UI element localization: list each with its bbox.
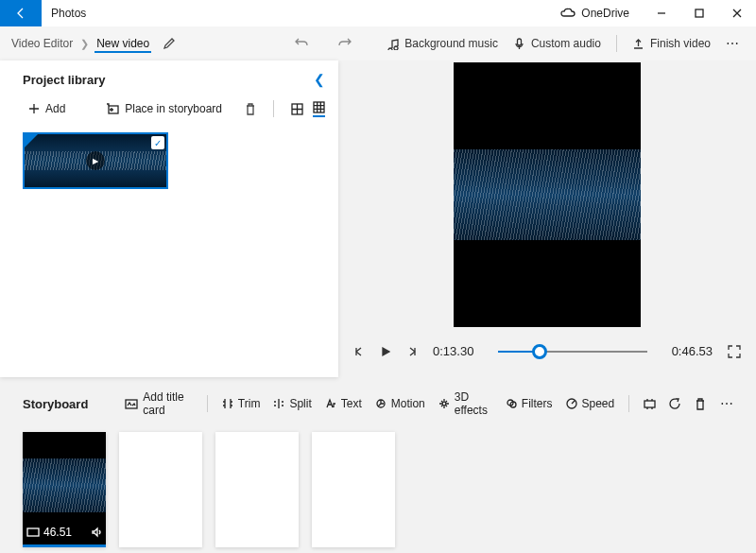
command-bar: Video Editor ❯ New video Background musi… — [0, 26, 756, 60]
sparkle-icon — [438, 398, 450, 409]
resize-button[interactable] — [639, 394, 661, 414]
clip-duration: 46.51 — [43, 526, 72, 539]
place-icon — [106, 103, 119, 114]
undo-button[interactable] — [294, 37, 309, 50]
trim-button[interactable]: Trim — [217, 393, 266, 414]
place-label: Place in storyboard — [125, 102, 222, 115]
filters-button[interactable]: Filters — [501, 393, 558, 414]
svg-rect-0 — [696, 9, 703, 17]
main-area: Project library ❮ Add Place in storyboar… — [0, 60, 756, 377]
project-library-panel: Project library ❮ Add Place in storyboar… — [0, 60, 338, 377]
fullscreen-button[interactable] — [728, 345, 741, 358]
breadcrumb-current[interactable]: New video — [94, 37, 151, 53]
storyboard-panel: Storyboard Add title card Trim Split Tex… — [0, 377, 756, 547]
rotate-button[interactable] — [664, 394, 686, 414]
storyboard-title: Storyboard — [23, 397, 88, 411]
trim-label: Trim — [238, 397, 261, 410]
storyboard-empty-slot[interactable] — [119, 432, 202, 547]
delete-clip-button[interactable] — [690, 394, 711, 414]
place-in-storyboard-button[interactable]: Place in storyboard — [100, 98, 228, 119]
collapse-library-button[interactable]: ❮ — [314, 72, 325, 87]
svg-rect-4 — [126, 400, 137, 408]
play-button[interactable] — [380, 346, 391, 357]
prev-frame-button[interactable] — [353, 346, 365, 357]
custom-audio-button[interactable]: Custom audio — [507, 33, 607, 54]
add-media-button[interactable]: Add — [23, 98, 71, 119]
storyboard-empty-slot[interactable] — [215, 432, 299, 547]
library-title: Project library — [23, 73, 105, 87]
text-label: Text — [341, 397, 362, 410]
background-music-button[interactable]: Background music — [381, 33, 504, 54]
speed-button[interactable]: Speed — [561, 393, 620, 414]
finish-video-button[interactable]: Finish video — [627, 33, 716, 54]
add-title-card-button[interactable]: Add title card — [120, 387, 198, 421]
redo-button[interactable] — [337, 37, 352, 50]
more-button[interactable]: ⋯ — [720, 36, 747, 51]
separator — [207, 395, 208, 412]
motion-icon — [375, 398, 387, 409]
preview-panel: 0:13.30 0:46.53 — [338, 60, 756, 377]
speed-icon — [566, 398, 577, 409]
add-label: Add — [45, 102, 65, 115]
music-icon — [387, 38, 399, 50]
svg-rect-3 — [314, 102, 324, 112]
current-time: 0:13.30 — [433, 344, 473, 358]
title-card-icon — [125, 399, 138, 409]
separator — [628, 395, 629, 412]
background-music-label: Background music — [404, 37, 498, 50]
view-large-button[interactable] — [291, 103, 303, 115]
text-button[interactable]: Text — [320, 393, 367, 414]
split-label: Split — [289, 397, 311, 410]
3d-effects-button[interactable]: 3D effects — [434, 387, 497, 421]
separator — [273, 100, 274, 117]
preview-frame[interactable] — [454, 62, 641, 327]
svg-rect-9 — [644, 401, 655, 407]
custom-audio-label: Custom audio — [531, 37, 601, 50]
titlebar: Photos OneDrive — [0, 0, 756, 26]
add-title-card-label: Add title card — [143, 390, 193, 417]
speed-label: Speed — [582, 397, 615, 410]
play-overlay-icon: ▶ — [86, 151, 105, 170]
total-time: 0:46.53 — [672, 344, 713, 358]
split-icon — [273, 398, 284, 409]
motion-label: Motion — [391, 397, 425, 410]
back-button[interactable] — [0, 0, 42, 26]
cloud-icon — [560, 8, 576, 19]
svg-rect-10 — [27, 528, 39, 536]
maximize-button[interactable] — [680, 0, 718, 26]
rename-button[interactable] — [163, 37, 176, 50]
storyboard-empty-slot[interactable] — [312, 432, 395, 547]
filters-icon — [506, 398, 517, 409]
3d-effects-label: 3D effects — [455, 390, 492, 417]
audio-icon — [91, 527, 102, 538]
breadcrumb-root[interactable]: Video Editor — [9, 37, 75, 50]
finish-video-label: Finish video — [650, 37, 711, 50]
plus-icon — [28, 103, 40, 114]
aspect-icon — [26, 527, 40, 537]
split-button[interactable]: Split — [268, 393, 316, 414]
seek-slider[interactable] — [498, 351, 646, 353]
storyboard-clip[interactable]: 46.51 — [23, 432, 106, 547]
motion-button[interactable]: Motion — [370, 393, 430, 414]
filters-label: Filters — [522, 397, 553, 410]
library-clip[interactable]: ▶ ✓ — [23, 132, 168, 189]
separator — [616, 35, 617, 52]
trim-icon — [222, 398, 233, 409]
chevron-right-icon: ❯ — [75, 38, 94, 50]
close-button[interactable] — [718, 0, 756, 26]
export-icon — [632, 38, 644, 50]
app-title: Photos — [42, 0, 95, 26]
minimize-button[interactable] — [643, 0, 680, 26]
view-small-button[interactable] — [313, 101, 325, 117]
delete-button[interactable] — [245, 103, 256, 115]
microphone-icon — [513, 38, 525, 50]
storyboard-more-button[interactable]: ⋯ — [714, 396, 741, 411]
onedrive-label: OneDrive — [581, 7, 629, 20]
onedrive-button[interactable]: OneDrive — [547, 0, 643, 26]
text-icon — [325, 398, 336, 409]
next-frame-button[interactable] — [406, 346, 418, 357]
selected-check-icon: ✓ — [151, 136, 164, 149]
